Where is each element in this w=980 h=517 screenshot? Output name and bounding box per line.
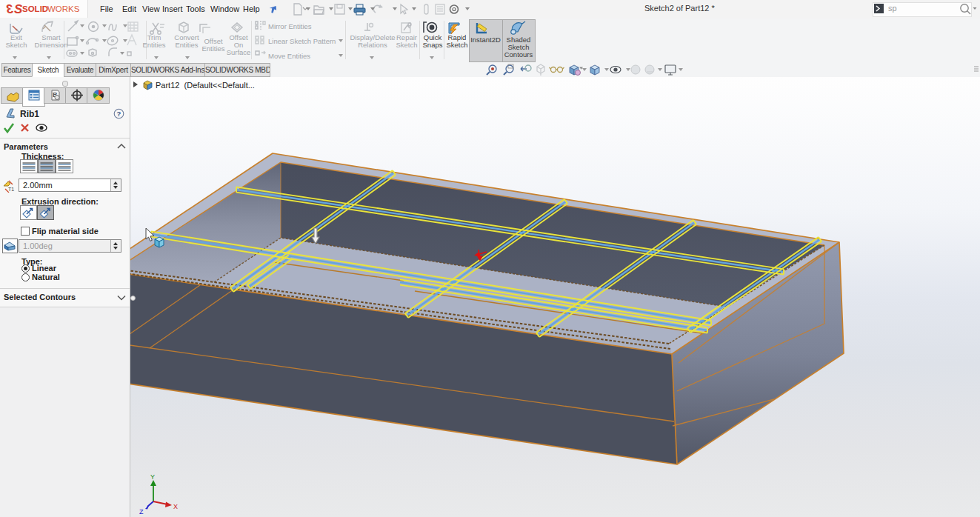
svg-text:Y: Y — [150, 473, 155, 481]
svg-text:SOLID: SOLID — [22, 4, 48, 13]
svg-text:WORKS: WORKS — [47, 4, 80, 13]
svg-text:Z: Z — [139, 508, 144, 516]
svg-text:?: ? — [117, 110, 121, 118]
svg-text:T1: T1 — [8, 187, 14, 192]
svg-text:X: X — [173, 503, 178, 510]
svg-text:3: 3 — [6, 2, 13, 16]
